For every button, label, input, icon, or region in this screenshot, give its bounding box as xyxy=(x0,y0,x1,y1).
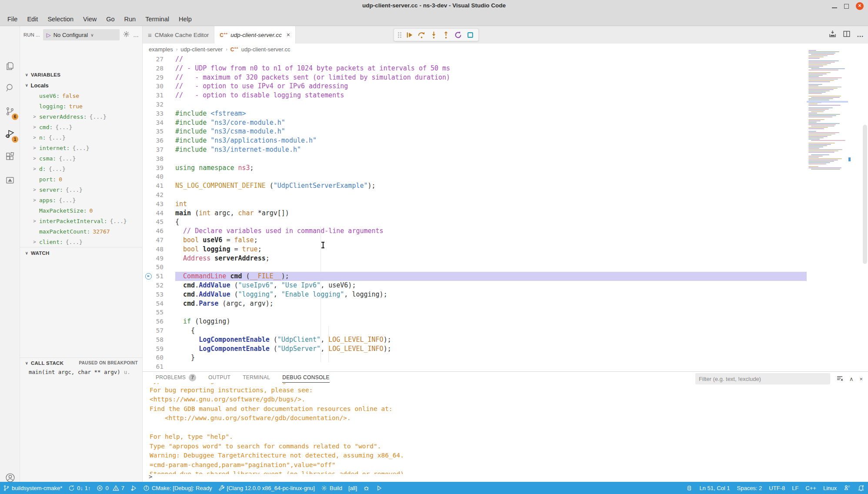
code-line[interactable]: 40 xyxy=(143,172,807,181)
code-line[interactable]: 47 bool useV6 = false; xyxy=(143,236,807,245)
line-number[interactable]: 56 xyxy=(143,317,175,326)
line-number[interactable]: 36 xyxy=(143,136,175,145)
code-line[interactable]: 56 if (logging) xyxy=(143,317,807,326)
chevron-right-icon[interactable]: > xyxy=(33,218,39,224)
breadcrumb-item[interactable]: udp-client-server.cc xyxy=(241,46,290,53)
minimap[interactable] xyxy=(807,50,848,176)
code-line[interactable]: 46 // Declare variables used in command-… xyxy=(143,227,807,236)
feedback-button[interactable] xyxy=(840,482,854,494)
run-debug-icon[interactable]: 1 xyxy=(0,125,20,143)
code-line[interactable]: 34#include "ns3/core-module.h" xyxy=(143,118,807,127)
code-line[interactable]: 39using namespace ns3; xyxy=(143,164,807,173)
line-number[interactable]: 61 xyxy=(143,362,175,371)
code-line[interactable]: 29// - maximum of 320 packets sent (or l… xyxy=(143,73,807,82)
line-number[interactable]: 58 xyxy=(143,335,175,344)
variable-row[interactable]: >d:{...} xyxy=(20,164,142,174)
stack-frame-row[interactable]: main(int argc, char ** argv) u. xyxy=(20,369,142,375)
cursor-position-item[interactable]: Ln 51, Col 1 xyxy=(696,482,733,494)
line-number[interactable]: 53 xyxy=(143,290,175,299)
variable-row[interactable]: >serverAddress:{...} xyxy=(20,111,142,122)
code-line[interactable]: 48 bool logging = true; xyxy=(143,245,807,254)
chevron-right-icon[interactable]: > xyxy=(33,114,39,119)
code-line[interactable]: 28// - UDP flow from n0 to n1 of 1024 by… xyxy=(143,64,807,73)
debug-gear-icon[interactable] xyxy=(123,30,130,39)
line-number[interactable]: 29 xyxy=(143,73,175,82)
menu-view[interactable]: View xyxy=(78,12,101,26)
code-line[interactable]: ▶51 CommandLine cmd (__FILE__); xyxy=(143,272,807,281)
drag-handle[interactable] xyxy=(398,32,401,38)
clear-console-icon[interactable] xyxy=(836,375,843,383)
debug-config-dropdown[interactable]: ▷ No Configural ∨ xyxy=(43,29,120,40)
start-debug-icon[interactable]: ▷ xyxy=(47,32,51,38)
run-below-icon[interactable] xyxy=(828,30,837,40)
run-target-button[interactable] xyxy=(373,482,385,494)
split-editor-icon[interactable] xyxy=(843,30,851,40)
debug-target-button[interactable] xyxy=(360,482,373,494)
sync-changes-item[interactable]: 0↓ 1↑ xyxy=(65,482,93,494)
menu-terminal[interactable]: Terminal xyxy=(140,12,174,26)
language-mode-item[interactable]: C++ xyxy=(802,482,820,494)
line-number[interactable]: 41 xyxy=(143,181,175,190)
line-number[interactable]: 50 xyxy=(143,263,175,272)
menu-go[interactable]: Go xyxy=(101,12,119,26)
variable-row[interactable]: >internet:{...} xyxy=(20,143,142,153)
step-over-button[interactable] xyxy=(417,31,426,39)
chevron-right-icon[interactable]: > xyxy=(33,135,39,140)
variable-row[interactable]: logging:true xyxy=(20,101,142,111)
code-line[interactable]: 53 cmd.AddValue ("logging", "Enable logg… xyxy=(143,290,807,299)
line-number[interactable]: 44 xyxy=(143,209,175,218)
code-line[interactable]: 59 LogComponentEnable ("UdpServer", LOG_… xyxy=(143,344,807,354)
menu-selection[interactable]: Selection xyxy=(43,12,78,26)
more-actions-icon[interactable]: … xyxy=(857,31,864,39)
menu-help[interactable]: Help xyxy=(174,12,197,26)
watch-section-header[interactable]: ∨ WATCH xyxy=(20,247,142,258)
explorer-icon[interactable] xyxy=(0,57,20,75)
maximize-panel-icon[interactable]: ∧ xyxy=(849,376,854,382)
code-line[interactable]: 38 xyxy=(143,154,807,164)
continue-button[interactable] xyxy=(405,31,414,39)
encoding-item[interactable]: UTF-8 xyxy=(765,482,788,494)
tab-problems[interactable]: PROBLEMS 7 xyxy=(156,372,196,383)
code-line[interactable]: 55 xyxy=(143,308,807,317)
code-line[interactable]: 43int xyxy=(143,200,807,209)
close-button[interactable]: × xyxy=(856,2,864,10)
extensions-icon[interactable] xyxy=(0,148,20,165)
variable-row[interactable]: >interPacketInterval:{...} xyxy=(20,216,142,226)
tab-udp-client-server[interactable]: C++ udp-client-server.cc × xyxy=(214,26,296,43)
source-control-icon[interactable]: 6 xyxy=(0,103,20,120)
line-number[interactable]: 60 xyxy=(143,353,175,362)
chevron-right-icon[interactable]: > xyxy=(33,239,39,244)
close-panel-icon[interactable]: × xyxy=(859,376,863,382)
cmake-view-icon[interactable] xyxy=(0,172,20,189)
code-line[interactable]: 52 cmd.AddValue ("useIpv6", "Use Ipv6", … xyxy=(143,281,807,290)
variable-row[interactable]: >csma:{...} xyxy=(20,153,142,164)
more-actions-icon[interactable]: … xyxy=(133,32,139,38)
variable-row[interactable]: >server:{...} xyxy=(20,184,142,195)
line-number[interactable]: 45 xyxy=(143,217,175,227)
code-line[interactable]: 45{ xyxy=(143,217,807,227)
breadcrumb-item[interactable]: udp-client-server xyxy=(180,46,223,53)
code-line[interactable]: 37#include "ns3/internet-module.h" xyxy=(143,145,807,154)
chevron-right-icon[interactable]: > xyxy=(33,187,39,192)
line-number[interactable]: 31 xyxy=(143,91,175,100)
variable-row[interactable]: >n:{...} xyxy=(20,132,142,143)
line-number[interactable]: 30 xyxy=(143,82,175,91)
menu-run[interactable]: Run xyxy=(120,12,141,26)
chevron-right-icon[interactable]: > xyxy=(33,197,39,203)
build-target-item[interactable]: [all] xyxy=(345,482,360,494)
variable-row[interactable]: >client:{...} xyxy=(20,237,142,247)
eol-item[interactable]: LF xyxy=(788,482,802,494)
stop-button[interactable] xyxy=(466,31,474,39)
chevron-right-icon[interactable]: > xyxy=(33,145,39,150)
line-number[interactable]: 32 xyxy=(143,100,175,109)
cmake-kit-item[interactable]: [Clang 12.0.0 x86_64-pc-linux-gnu] xyxy=(215,482,318,494)
code-line[interactable]: 42 xyxy=(143,190,807,200)
line-number[interactable]: 27 xyxy=(143,55,175,64)
line-number[interactable]: 43 xyxy=(143,200,175,209)
code-line[interactable]: 54 cmd.Parse (argc, argv); xyxy=(143,299,807,308)
code-line[interactable]: 32 xyxy=(143,100,807,109)
line-number[interactable]: 37 xyxy=(143,145,175,154)
tab-cmake-cache-editor[interactable]: ≡ CMake Cache Editor xyxy=(143,26,214,43)
chevron-right-icon[interactable]: > xyxy=(33,166,39,171)
variable-row[interactable]: useV6:false xyxy=(20,90,142,101)
